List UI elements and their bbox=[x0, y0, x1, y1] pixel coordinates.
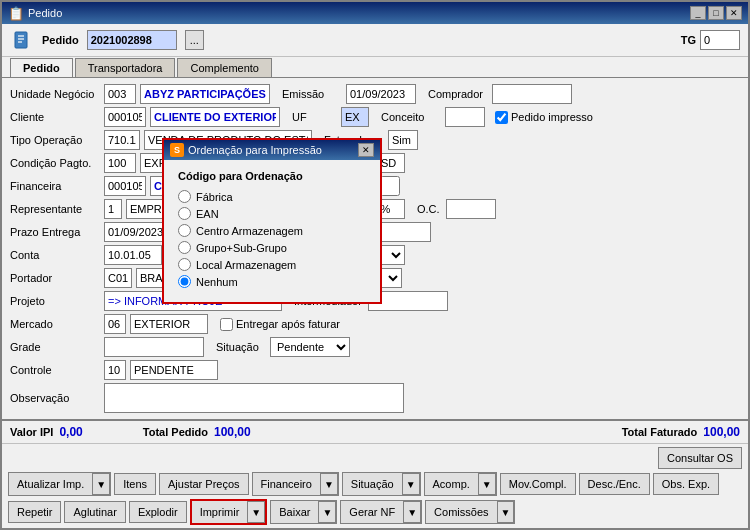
mov-compl-button[interactable]: Mov.Compl. bbox=[500, 473, 576, 495]
tabs-row: Pedido Transportadora Complemento bbox=[2, 57, 748, 77]
total-pedido-value: 100,00 bbox=[214, 425, 251, 439]
situacao-btn-label: Situação bbox=[351, 478, 394, 490]
emissao-input[interactable] bbox=[346, 84, 416, 104]
unidade-negocio-name[interactable] bbox=[140, 84, 270, 104]
modal-title-left: S Ordenação para Impressão bbox=[170, 143, 322, 157]
tab-pedido[interactable]: Pedido bbox=[10, 58, 73, 78]
modal-title-text: Ordenação para Impressão bbox=[188, 144, 322, 156]
atualizar-imp-dropdown[interactable]: ▼ bbox=[92, 473, 110, 495]
tab-transportadora[interactable]: Transportadora bbox=[75, 58, 176, 78]
radio-ean[interactable]: EAN bbox=[178, 207, 366, 220]
itens-button[interactable]: Itens bbox=[114, 473, 156, 495]
pedido-number-input[interactable] bbox=[87, 30, 177, 50]
aglutinar-button[interactable]: Aglutinar bbox=[64, 501, 125, 523]
condicao-pagto-code[interactable] bbox=[104, 153, 136, 173]
grade-input[interactable] bbox=[104, 337, 204, 357]
controle-label: Controle bbox=[10, 364, 100, 376]
acomp-button[interactable]: Acomp. bbox=[425, 473, 478, 495]
repetir-button[interactable]: Repetir bbox=[8, 501, 61, 523]
repetir-label: Repetir bbox=[17, 506, 52, 518]
pedido-impresso-check[interactable]: Pedido impresso bbox=[495, 111, 593, 124]
grade-label: Grade bbox=[10, 341, 100, 353]
minimize-button[interactable]: _ bbox=[690, 6, 706, 20]
situacao-select[interactable]: Pendente Faturado Cancelado bbox=[270, 337, 350, 357]
radio-nenhum-input[interactable] bbox=[178, 275, 191, 288]
financeiro-dropdown[interactable]: ▼ bbox=[320, 473, 338, 495]
observacao-input[interactable] bbox=[104, 383, 404, 413]
obs-exp-button[interactable]: Obs. Exp. bbox=[653, 473, 719, 495]
entregar-apos-faturar-checkbox[interactable] bbox=[220, 318, 233, 331]
total-faturado-label: Total Faturado bbox=[622, 426, 698, 438]
portador-code[interactable] bbox=[104, 268, 132, 288]
controle-name[interactable] bbox=[130, 360, 218, 380]
ajustar-precos-button[interactable]: Ajustar Preços bbox=[159, 473, 249, 495]
mercado-code[interactable] bbox=[104, 314, 126, 334]
atualizar-imp-group: Atualizar Imp. ▼ bbox=[8, 472, 111, 496]
oc-label: O.C. bbox=[417, 203, 442, 215]
tipo-operacao-code[interactable] bbox=[104, 130, 140, 150]
close-button[interactable]: ✕ bbox=[726, 6, 742, 20]
gerar-nf-dropdown[interactable]: ▼ bbox=[403, 501, 421, 523]
financeiro-button[interactable]: Financeiro bbox=[253, 473, 320, 495]
radio-local-armazenagem-input[interactable] bbox=[178, 258, 191, 271]
comissoes-dropdown[interactable]: ▼ bbox=[497, 501, 515, 523]
situacao-group: Situação ▼ bbox=[342, 472, 421, 496]
total-faturado-value: 100,00 bbox=[703, 425, 740, 439]
baixar-dropdown[interactable]: ▼ bbox=[318, 501, 336, 523]
radio-nenhum[interactable]: Nenhum bbox=[178, 275, 366, 288]
uf-input[interactable] bbox=[341, 107, 369, 127]
tab-complemento[interactable]: Complemento bbox=[177, 58, 271, 78]
financeiro-group: Financeiro ▼ bbox=[252, 472, 339, 496]
tg-input[interactable] bbox=[700, 30, 740, 50]
valor-ipi-value: 0,00 bbox=[59, 425, 82, 439]
cliente-code[interactable] bbox=[104, 107, 146, 127]
oc-input[interactable] bbox=[446, 199, 496, 219]
emissao-label: Emissão bbox=[282, 88, 342, 100]
radio-centro-armazenagem[interactable]: Centro Armazenagem bbox=[178, 224, 366, 237]
atualizar-imp-button[interactable]: Atualizar Imp. bbox=[9, 473, 92, 495]
row-observacao: Observação bbox=[10, 383, 740, 413]
faturado-input[interactable] bbox=[388, 130, 418, 150]
comprador-input[interactable] bbox=[492, 84, 572, 104]
cliente-name[interactable] bbox=[150, 107, 280, 127]
radio-centro-armazenagem-input[interactable] bbox=[178, 224, 191, 237]
controle-code[interactable] bbox=[104, 360, 126, 380]
imprimir-button[interactable]: Imprimir bbox=[192, 501, 248, 523]
maximize-button[interactable]: □ bbox=[708, 6, 724, 20]
consultar-os-button[interactable]: Consultar OS bbox=[658, 447, 742, 469]
situacao-dropdown[interactable]: ▼ bbox=[402, 473, 420, 495]
situacao-button[interactable]: Situação bbox=[343, 473, 402, 495]
valor-ipi-label: Valor IPI bbox=[10, 426, 53, 438]
financeira-code[interactable] bbox=[104, 176, 146, 196]
atualizar-imp-label: Atualizar Imp. bbox=[17, 478, 84, 490]
acomp-dropdown[interactable]: ▼ bbox=[478, 473, 496, 495]
modal-dialog: S Ordenação para Impressão ✕ Código para… bbox=[162, 138, 382, 304]
gerar-nf-button[interactable]: Gerar NF bbox=[341, 501, 403, 523]
explodir-button[interactable]: Explodir bbox=[129, 501, 187, 523]
radio-grupo-subgrupo[interactable]: Grupo+Sub-Grupo bbox=[178, 241, 366, 254]
baixar-button[interactable]: Baixar bbox=[271, 501, 318, 523]
radio-grupo-subgrupo-input[interactable] bbox=[178, 241, 191, 254]
radio-ean-input[interactable] bbox=[178, 207, 191, 220]
pedido-dots-button[interactable]: ... bbox=[185, 30, 204, 50]
row-unidade-negocio: Unidade Negócio Emissão Comprador bbox=[10, 84, 740, 104]
comissoes-button[interactable]: Comissões bbox=[426, 501, 496, 523]
modal-close-button[interactable]: ✕ bbox=[358, 143, 374, 157]
radio-fabrica[interactable]: Fábrica bbox=[178, 190, 366, 203]
tg-field: TG bbox=[681, 30, 740, 50]
imprimir-dropdown[interactable]: ▼ bbox=[247, 501, 265, 523]
desc-enc-button[interactable]: Desc./Enc. bbox=[579, 473, 650, 495]
ordem-checkbox[interactable] bbox=[379, 176, 401, 196]
unidade-negocio-code[interactable] bbox=[104, 84, 136, 104]
conta-code[interactable] bbox=[104, 245, 162, 265]
pedido-impresso-checkbox[interactable] bbox=[495, 111, 508, 124]
radio-fabrica-input[interactable] bbox=[178, 190, 191, 203]
representante-code[interactable] bbox=[104, 199, 122, 219]
mercado-name[interactable] bbox=[130, 314, 208, 334]
radio-local-armazenagem[interactable]: Local Armazenagem bbox=[178, 258, 366, 271]
entregar-apos-faturar-field[interactable]: Entregar após faturar bbox=[220, 318, 340, 331]
total-faturado-item: Total Faturado 100,00 bbox=[622, 425, 740, 439]
imprimir-label: Imprimir bbox=[200, 506, 240, 518]
conceito-input[interactable] bbox=[445, 107, 485, 127]
bottom-buttons: Consultar OS Atualizar Imp. ▼ Itens Ajus… bbox=[2, 443, 748, 528]
